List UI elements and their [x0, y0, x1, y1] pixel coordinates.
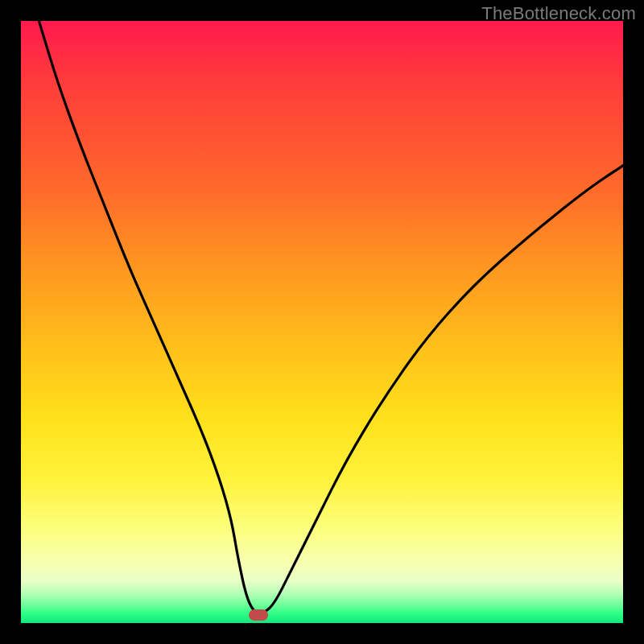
bottleneck-curve: [21, 21, 623, 623]
plot-area: [21, 21, 623, 623]
watermark-text: TheBottleneck.com: [481, 3, 636, 24]
minimum-marker: [249, 609, 268, 621]
chart-frame: TheBottleneck.com: [0, 0, 644, 644]
